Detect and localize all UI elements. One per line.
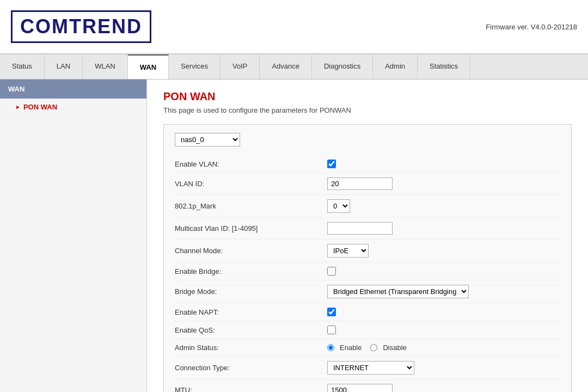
- enable-vlan-control: [327, 160, 560, 168]
- enable-napt-control: [327, 308, 560, 316]
- page-description: This page is used to configure the param…: [163, 106, 572, 114]
- content-area: WAN ► PON WAN PON WAN This page is used …: [0, 79, 588, 392]
- admin-status-disable-label: Disable: [383, 344, 406, 352]
- page-title: PON WAN: [163, 90, 572, 103]
- bridge-mode-control: Bridged Ethernet (Transparent Bridging) …: [327, 285, 560, 298]
- logo-area: COMTREND: [11, 10, 151, 43]
- admin-status-enable-radio[interactable]: [327, 344, 334, 351]
- enable-vlan-row: Enable VLAN:: [175, 155, 560, 173]
- mtu-label: MTU:: [175, 386, 327, 392]
- multicast-vlan-control: [327, 222, 560, 235]
- bridge-mode-row: Bridge Mode: Bridged Ethernet (Transpare…: [175, 280, 560, 303]
- mtu-row: MTU:: [175, 379, 560, 392]
- dot1p-mark-select[interactable]: 0 1 2 3 4 5 6 7: [327, 199, 350, 213]
- nav-services[interactable]: Services: [169, 54, 220, 79]
- connection-type-row: Connection Type: INTERNET TR069 OTHER: [175, 357, 560, 379]
- enable-qos-control: [327, 326, 560, 334]
- channel-mode-control: IPoE PPPoE Bridge: [327, 244, 560, 258]
- interface-select-row: nas0_0 nas0_1 nas0_2: [175, 133, 560, 146]
- header: COMTREND Firmware ver. V4.0.0-201218: [0, 0, 588, 54]
- nav-admin[interactable]: Admin: [373, 54, 418, 79]
- dot1p-mark-row: 802.1p_Mark 0 1 2 3 4 5 6 7: [175, 195, 560, 218]
- form-container: nas0_0 nas0_1 nas0_2 Enable VLAN: VLAN I…: [163, 124, 572, 392]
- enable-napt-row: Enable NAPT:: [175, 303, 560, 321]
- nav-advance[interactable]: Advance: [260, 54, 312, 79]
- nav-wan[interactable]: WAN: [128, 54, 169, 79]
- mtu-control: [327, 384, 560, 392]
- dot1p-mark-label: 802.1p_Mark: [175, 202, 327, 210]
- bridge-mode-select[interactable]: Bridged Ethernet (Transparent Bridging) …: [327, 285, 469, 298]
- nav-wlan[interactable]: WLAN: [83, 54, 128, 79]
- nav: Status LAN WLAN WAN Services VoIP Advanc…: [0, 54, 588, 79]
- interface-select[interactable]: nas0_0 nas0_1 nas0_2: [175, 133, 240, 146]
- nav-statistics[interactable]: Statistics: [418, 54, 470, 79]
- enable-qos-checkbox[interactable]: [327, 326, 336, 334]
- multicast-vlan-label: Multicast Vlan ID: [1-4095]: [175, 224, 327, 232]
- enable-bridge-checkbox[interactable]: [327, 267, 336, 275]
- enable-qos-label: Enable QoS:: [175, 326, 327, 334]
- admin-status-disable-radio[interactable]: [370, 344, 377, 351]
- enable-vlan-label: Enable VLAN:: [175, 160, 327, 168]
- multicast-vlan-row: Multicast Vlan ID: [1-4095]: [175, 218, 560, 240]
- vlan-id-row: VLAN ID:: [175, 173, 560, 195]
- nav-voip[interactable]: VoIP: [220, 54, 260, 79]
- admin-status-row: Admin Status: Enable Disable: [175, 339, 560, 357]
- enable-bridge-label: Enable Bridge:: [175, 267, 327, 275]
- enable-vlan-checkbox[interactable]: [327, 160, 336, 168]
- channel-mode-select[interactable]: IPoE PPPoE Bridge: [327, 244, 369, 258]
- arrow-icon: ►: [15, 104, 21, 110]
- sidebar: WAN ► PON WAN: [0, 79, 147, 392]
- sidebar-item-pon-wan[interactable]: ► PON WAN: [0, 99, 146, 115]
- channel-mode-row: Channel Mode: IPoE PPPoE Bridge: [175, 240, 560, 262]
- admin-status-control: Enable Disable: [327, 344, 560, 352]
- admin-status-enable-label: Enable: [340, 344, 362, 352]
- vlan-id-control: [327, 177, 560, 190]
- nav-diagnostics[interactable]: Diagnostics: [312, 54, 373, 79]
- sidebar-title: WAN: [0, 79, 146, 99]
- multicast-vlan-input[interactable]: [327, 222, 393, 235]
- enable-qos-row: Enable QoS:: [175, 321, 560, 339]
- admin-status-label: Admin Status:: [175, 344, 327, 352]
- connection-type-label: Connection Type:: [175, 364, 327, 372]
- firmware-version: Firmware ver. V4.0.0-201218: [486, 23, 577, 31]
- enable-napt-checkbox[interactable]: [327, 308, 336, 316]
- channel-mode-label: Channel Mode:: [175, 247, 327, 255]
- enable-bridge-row: Enable Bridge:: [175, 262, 560, 280]
- dot1p-mark-control: 0 1 2 3 4 5 6 7: [327, 199, 560, 213]
- sidebar-item-label: PON WAN: [23, 103, 57, 111]
- vlan-id-input[interactable]: [327, 177, 393, 190]
- mtu-input[interactable]: [327, 384, 393, 392]
- enable-bridge-control: [327, 267, 560, 275]
- vlan-id-label: VLAN ID:: [175, 180, 327, 188]
- logo: COMTREND: [11, 10, 151, 43]
- connection-type-select[interactable]: INTERNET TR069 OTHER: [327, 361, 414, 375]
- main-content: PON WAN This page is used to configure t…: [147, 79, 588, 392]
- bridge-mode-label: Bridge Mode:: [175, 287, 327, 296]
- connection-type-control: INTERNET TR069 OTHER: [327, 361, 560, 375]
- nav-lan[interactable]: LAN: [45, 54, 83, 79]
- enable-napt-label: Enable NAPT:: [175, 308, 327, 316]
- nav-status[interactable]: Status: [0, 54, 45, 79]
